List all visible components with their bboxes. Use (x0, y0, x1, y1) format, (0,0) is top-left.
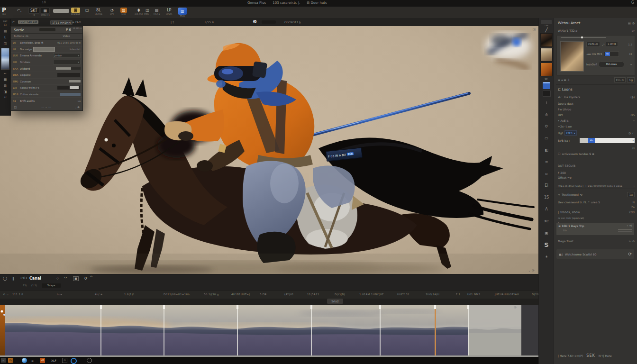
row-trestlewood[interactable]: Trestlewood (562, 193, 579, 196)
panel-title-bar[interactable]: Sortie P 6 1A MKL u (11, 27, 82, 34)
preview-slider[interactable] (561, 37, 606, 38)
panel-option-row[interactable]: ⊟18 Cutter vicente (11, 91, 82, 98)
row-faint-icon[interactable]: ⊡ (632, 146, 635, 150)
toolbar-button[interactable] (53, 8, 69, 13)
tray-item[interactable]: | Here 7.K (558, 354, 572, 357)
toolbar-button[interactable]: ◫ OWL _ (144, 8, 151, 16)
hgt-dropdown[interactable]: LTE1 ▾ (564, 130, 577, 136)
watch-row[interactable]: ▦⅃ Watchsome Scwtbl 60 ⟳ (556, 249, 634, 259)
bvb-badge[interactable]: 4b (588, 138, 595, 143)
frame-separator[interactable] (164, 305, 164, 355)
props-footer-box[interactable]: 1g (627, 77, 635, 82)
record-icon[interactable]: ◯ (3, 276, 7, 281)
shape-icon[interactable]: ♢ (56, 276, 59, 281)
panel-option-row[interactable]: Ŀ/8 Sousa weirs Fs (11, 85, 82, 91)
boxed-icon[interactable]: ▣ (73, 276, 79, 281)
option-row-value[interactable] (56, 67, 81, 70)
toolbar-button[interactable]: SKT T1 (28, 8, 39, 17)
taskbar-app-icon[interactable]: e (1, 358, 6, 363)
taskbar-app-icon[interactable]: V6 (40, 358, 45, 363)
properties-tabs[interactable]: WiAie'1 T32.o (558, 29, 577, 32)
dock-thumbnail-2[interactable] (540, 48, 553, 62)
panel-option-row[interactable]: ⊙O Strubeu (11, 59, 82, 66)
prop-field-3-signature[interactable]: M2-eswa (599, 61, 624, 67)
preview-thumbnail[interactable] (560, 41, 584, 72)
taskbar-app-icon[interactable] (87, 358, 92, 363)
bvb-text-field[interactable]: ▾ (595, 138, 635, 143)
option-row-value[interactable] (69, 80, 81, 82)
checkbox[interactable]: ☐ (558, 152, 560, 155)
canvas-bottom-icons[interactable]: ⌄ ⟳ (528, 269, 535, 273)
panel-footer-middle[interactable]: ⋯ ⌄ ⋯ (41, 105, 51, 109)
row-fw-uhroo[interactable]: Fw Uhroo (558, 108, 571, 111)
tool-icon[interactable]: ▤ (0, 28, 10, 35)
dock-dark-panel-icon[interactable] (543, 91, 551, 97)
layer-controls[interactable]: ∘ ∗( (627, 224, 632, 227)
toolbar-button[interactable]: ▦ 0H02.T1 (41, 8, 50, 17)
options-zoom[interactable]: L/55 9 (205, 20, 214, 24)
panel-footer-right-icon[interactable]: , ⊕ (75, 105, 80, 109)
taskbar-app-icon[interactable] (22, 358, 27, 363)
toolbar-button[interactable]: ▨ sess (120, 8, 127, 16)
frame-separator[interactable] (380, 305, 381, 355)
prop-field-1-value[interactable]: L WH1 (606, 42, 618, 47)
row-conversion[interactable]: or coc mstr (spinncat) (558, 217, 584, 219)
option-row-value[interactable] (57, 85, 81, 90)
options-mode-icon[interactable]: ⊏ (12, 20, 15, 24)
taskbar-app-icon[interactable]: ≡ (31, 358, 34, 363)
row-ink-oysters[interactable]: Ink Oysters (564, 95, 580, 99)
toolbar-button[interactable]: 8L LAXI1a (95, 8, 102, 16)
taskbar-app-icon[interactable]: Ps (8, 358, 13, 363)
hgt-icon-2[interactable]: ⌐ (632, 131, 635, 135)
tray-item[interactable]: (P) (579, 354, 583, 357)
tool-icon[interactable]: ◫ (0, 41, 10, 47)
panel-option-row[interactable]: ĿU6 Emana Armanda Jordan (11, 53, 82, 59)
row-avr[interactable]: • AvE b. (558, 119, 569, 122)
toolbar-button[interactable]: ▢ (85, 8, 89, 13)
props-footer-chip[interactable]: Em ⊙ (614, 77, 626, 82)
trestle-glyph[interactable]: ⟲ (580, 193, 582, 196)
options-field-2[interactable]: 1T11 HH1HH (50, 20, 73, 25)
row-ink-oysters-value[interactable]: (ϕ) (630, 95, 635, 99)
option-row-value[interactable]: Interdict (70, 48, 81, 51)
toolbar-button[interactable]: ⬮ o.8.2nd (135, 8, 143, 16)
option-row-value[interactable] (60, 93, 81, 96)
dock-panel-icon[interactable]: ▫ (539, 168, 554, 180)
options-field-3[interactable]: + FA⊙ (72, 20, 81, 24)
section-header-loons[interactable]: ⊏ Loons (558, 87, 635, 91)
dock-s-icon[interactable]: S (539, 239, 554, 251)
option-row-value[interactable] (57, 73, 81, 77)
tool-icon[interactable]: ⊟ (0, 83, 10, 89)
options-pill[interactable] (262, 20, 276, 24)
pen-icon[interactable]: ╱ (539, 27, 554, 32)
prop-field-2-stepper[interactable]: 41 (629, 53, 632, 55)
options-field[interactable]: Lvvt 140 4M (18, 20, 38, 24)
tool-icon[interactable]: Ŀ (0, 35, 10, 41)
panel-header-icon-1[interactable]: ▤ (628, 21, 631, 25)
toolbar-button[interactable]: ◙ Bearpag (71, 8, 80, 16)
timeline-filmstrip[interactable]: ⟳ (0, 305, 538, 355)
taskbar-app-icon[interactable] (71, 358, 77, 364)
row-avr-icon[interactable]: ⌔ (633, 118, 635, 122)
dock-blue-panel-icon[interactable] (543, 82, 550, 89)
frame-separator[interactable] (100, 305, 101, 355)
panel-option-row[interactable]: Ŀ8 Docusign Interdict (11, 46, 82, 53)
dock-menu-chip[interactable]: ⋯ (541, 20, 552, 24)
dock-thumbnail-1[interactable] (540, 33, 553, 47)
toolbar-button[interactable]: ⌐˯ (17, 8, 21, 13)
panel-drag-handle[interactable] (39, 28, 55, 31)
trestle-value[interactable]: 1u (627, 192, 635, 197)
dock-panel-icon[interactable]: ⋔ (539, 109, 554, 120)
option-row-value[interactable]: Jordan (53, 53, 81, 58)
frame-separator[interactable] (311, 305, 312, 355)
dock-thumbnail-3[interactable] (540, 63, 553, 76)
taskbar-app-icon[interactable]: ⊡ (62, 358, 67, 363)
topbar-right-icon[interactable]: Ǥ (631, 0, 634, 5)
bvb-input-group[interactable]: 4b ▾ (580, 138, 635, 143)
mega-trust-icons[interactable]: ⊨ ⊙ (629, 239, 635, 243)
timeline-playhead-label[interactable]: Srts2 (327, 299, 343, 304)
topbar-action[interactable]: ⊟ Door hats (307, 1, 327, 5)
dock-panel-icon[interactable]: Ʌ (539, 203, 554, 215)
dock-panel-icon[interactable]: ◧ (539, 144, 554, 156)
row-mega-trust[interactable]: Mega Trust (558, 239, 573, 243)
